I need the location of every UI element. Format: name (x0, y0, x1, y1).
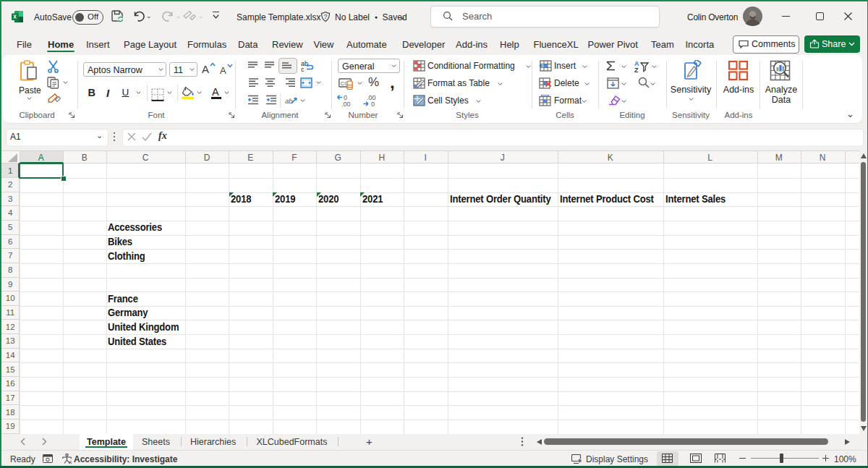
svg-text:c: c (301, 66, 305, 72)
svg-text:.00: .00 (341, 101, 351, 107)
svg-text:ab: ab (285, 97, 293, 105)
svg-text:Z: Z (634, 67, 639, 72)
svg-text:0: 0 (371, 101, 375, 107)
svg-text:?: ? (323, 13, 327, 20)
